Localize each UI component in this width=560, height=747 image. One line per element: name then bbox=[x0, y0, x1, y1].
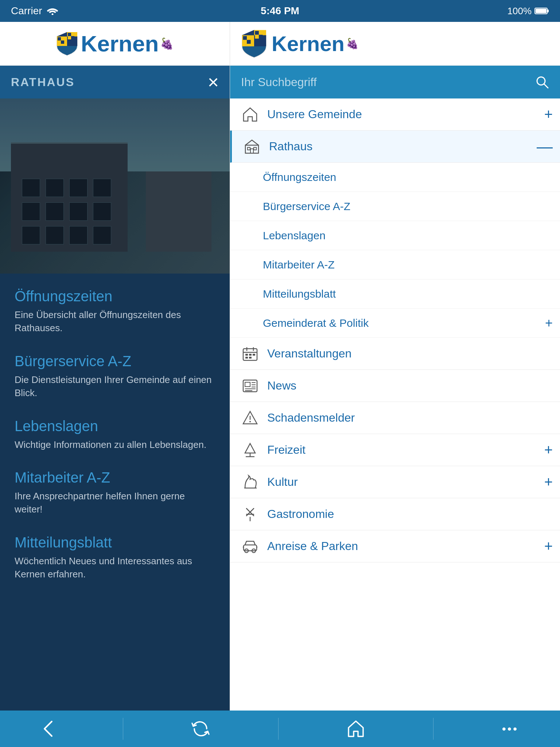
back-button[interactable] bbox=[27, 716, 69, 742]
svg-point-47 bbox=[249, 421, 251, 422]
sidebar-item-label-oeffnungszeiten: Öffnungszeiten bbox=[263, 171, 336, 183]
refresh-button[interactable] bbox=[177, 716, 224, 742]
svg-rect-2 bbox=[536, 9, 547, 13]
sidebar-item-label-rathaus: Rathaus bbox=[265, 140, 537, 153]
sidebar-item-label-kultur: Kultur bbox=[263, 475, 544, 489]
sidebar-item-rathaus[interactable]: Rathaus — bbox=[230, 131, 560, 163]
svg-rect-27 bbox=[248, 147, 250, 150]
search-input[interactable] bbox=[241, 76, 528, 89]
page-title: RATHAUS bbox=[11, 76, 75, 89]
sidebar-item-label-mitarbeiter: Mitarbeiter A-Z bbox=[263, 259, 335, 271]
section-title-2: Lebenslagen bbox=[15, 418, 215, 434]
svg-rect-23 bbox=[259, 35, 263, 39]
carrier-label: Carrier bbox=[11, 5, 42, 17]
bottom-toolbar: ••• bbox=[0, 711, 560, 747]
expand-icon-unsere-gemeinde: + bbox=[544, 106, 553, 123]
content-sections: Öffnungszeiten Eine Übersicht aller Öffn… bbox=[0, 274, 230, 711]
section-desc-1: Die Dienstleistungen Ihrer Gemeinde auf … bbox=[15, 373, 215, 400]
home-icon bbox=[237, 107, 263, 123]
sidebar-item-mitteilungsblatt[interactable]: Mitteilungsblatt bbox=[230, 279, 560, 309]
section-desc-3: Ihre Ansprechpartner helfen Ihnen gerne … bbox=[15, 489, 215, 516]
status-left: Carrier bbox=[11, 5, 58, 17]
svg-rect-12 bbox=[68, 36, 71, 39]
section-title-0: Öffnungszeiten bbox=[15, 288, 215, 305]
sidebar-item-unsere-gemeinde[interactable]: Unsere Gemeinde + bbox=[230, 98, 560, 131]
sidebar-item-schadensmelder[interactable]: Schadensmelder bbox=[230, 402, 560, 434]
sidebar-item-veranstaltungen[interactable]: Veranstaltungen bbox=[230, 338, 560, 370]
right-panel: Kernen 🍇 Unsere Gemeinde bbox=[230, 22, 560, 711]
sidebar-item-label-lebenslagen: Lebenslagen bbox=[263, 229, 326, 242]
toolbar-separator-3 bbox=[433, 718, 433, 740]
top-logo: Kernen 🍇 bbox=[56, 31, 174, 57]
sidebar-item-buergerservice[interactable]: Bürgerservice A-Z bbox=[230, 192, 560, 221]
section-buergerservice[interactable]: Bürgerservice A-Z Die Dienstleistungen I… bbox=[15, 353, 215, 400]
sidebar-item-anreise[interactable]: Anreise & Parken + bbox=[230, 530, 560, 562]
sidebar-item-gemeinderat[interactable]: Gemeinderat & Politik + bbox=[230, 309, 560, 338]
expand-icon-gemeinderat: + bbox=[545, 316, 553, 331]
svg-rect-16 bbox=[243, 36, 247, 40]
sidebar-item-label-freizeit: Freizeit bbox=[263, 443, 544, 457]
battery-icon bbox=[534, 7, 549, 15]
calendar-icon bbox=[237, 346, 263, 362]
sidebar-item-lebenslagen[interactable]: Lebenslagen bbox=[230, 221, 560, 250]
logo-text-left: Kernen bbox=[81, 31, 159, 57]
left-header: RATHAUS × bbox=[0, 66, 230, 98]
sidebar-item-oeffnungszeiten[interactable]: Öffnungszeiten bbox=[230, 163, 560, 192]
sidebar-item-mitarbeiter[interactable]: Mitarbeiter A-Z bbox=[230, 250, 560, 279]
svg-rect-28 bbox=[254, 147, 256, 150]
image-bg bbox=[0, 98, 230, 274]
svg-rect-9 bbox=[61, 40, 64, 44]
svg-rect-17 bbox=[247, 36, 251, 40]
section-mitteilungsblatt[interactable]: Mitteilungsblatt Wöchentlich Neues und I… bbox=[15, 534, 215, 581]
sidebar-item-gastronomie[interactable]: Gastronomie bbox=[230, 498, 560, 530]
news-icon bbox=[237, 378, 263, 394]
svg-rect-13 bbox=[71, 36, 74, 39]
main-layout: Kernen 🍇 RATHAUS × bbox=[0, 22, 560, 711]
sidebar-logo-shield bbox=[241, 29, 267, 58]
sidebar-item-news[interactable]: News bbox=[230, 370, 560, 402]
battery-label: 100% bbox=[508, 5, 532, 17]
svg-rect-11 bbox=[71, 33, 74, 36]
svg-rect-10 bbox=[68, 33, 71, 36]
status-right: 100% bbox=[508, 5, 549, 17]
svg-rect-29 bbox=[250, 149, 253, 153]
svg-rect-38 bbox=[249, 357, 252, 359]
svg-rect-7 bbox=[61, 37, 64, 40]
warning-icon bbox=[237, 410, 263, 426]
toolbar-separator-2 bbox=[278, 718, 279, 740]
more-dots: ••• bbox=[502, 722, 519, 736]
sidebar-item-label-news: News bbox=[263, 379, 553, 392]
expand-icon-freizeit: + bbox=[544, 442, 553, 458]
left-panel: Kernen 🍇 RATHAUS × bbox=[0, 22, 230, 711]
sidebar-item-label-anreise: Anreise & Parken bbox=[263, 539, 544, 553]
section-title-4: Mitteilungsblatt bbox=[15, 534, 215, 551]
home-button[interactable] bbox=[332, 716, 380, 742]
top-logo-bar: Kernen 🍇 bbox=[0, 22, 230, 66]
sidebar-item-freizeit[interactable]: Freizeit + bbox=[230, 434, 560, 466]
svg-rect-20 bbox=[255, 31, 259, 35]
status-bar: Carrier 5:46 PM 100% bbox=[0, 0, 560, 22]
sidebar-logo-text: Kernen bbox=[272, 31, 345, 56]
svg-rect-19 bbox=[247, 40, 251, 44]
section-lebenslagen[interactable]: Lebenslagen Wichtige Informationen zu al… bbox=[15, 418, 215, 451]
search-bar bbox=[230, 66, 560, 98]
more-button[interactable]: ••• bbox=[487, 719, 533, 739]
section-oeffnungszeiten[interactable]: Öffnungszeiten Eine Übersicht aller Öffn… bbox=[15, 288, 215, 335]
section-title-1: Bürgerservice A-Z bbox=[15, 353, 215, 369]
section-mitarbeiter[interactable]: Mitarbeiter A-Z Ihre Ansprechpartner hel… bbox=[15, 469, 215, 516]
svg-rect-6 bbox=[58, 37, 61, 40]
close-button[interactable]: × bbox=[208, 73, 219, 92]
svg-rect-18 bbox=[243, 40, 247, 44]
freizeit-icon bbox=[237, 442, 263, 458]
section-desc-4: Wöchentlich Neues und Interessantes aus … bbox=[15, 554, 215, 581]
sidebar-item-kultur[interactable]: Kultur + bbox=[230, 466, 560, 498]
logo-shield-left bbox=[56, 31, 78, 56]
svg-rect-40 bbox=[245, 382, 250, 387]
svg-rect-36 bbox=[253, 354, 255, 356]
search-icon[interactable] bbox=[535, 75, 549, 89]
menu-list: Unsere Gemeinde + Rathaus — bbox=[230, 98, 560, 711]
expand-icon-kultur: + bbox=[544, 474, 553, 490]
sidebar-item-label-veranstaltungen: Veranstaltungen bbox=[263, 347, 553, 360]
sidebar-item-label-schadensmelder: Schadensmelder bbox=[263, 411, 553, 425]
rathaus-image bbox=[0, 98, 230, 274]
